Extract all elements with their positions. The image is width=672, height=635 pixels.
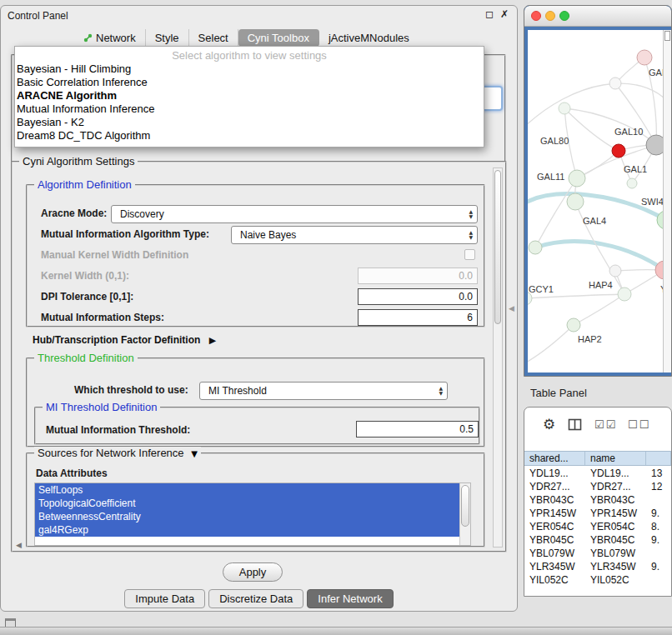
aracne-mode-select[interactable]: Discovery ▲▼ [111, 205, 478, 223]
apply-button[interactable]: Apply [223, 562, 283, 582]
combo-arrows-icon: ▲▼ [439, 386, 443, 396]
table-row[interactable]: YBR045CYBR045C9. [524, 533, 671, 547]
table-cell: YBR045C [585, 533, 646, 547]
table-cell: 9. [646, 560, 671, 573]
network-node[interactable] [529, 241, 542, 254]
network-scroll-button[interactable] [664, 31, 670, 41]
table-row[interactable]: YDR27...YDR27...12 [524, 480, 671, 493]
algorithm-option[interactable]: Bayesian - Hill Climbing [15, 62, 484, 76]
algorithm-option[interactable]: Bayesian - K2 [15, 116, 484, 129]
tab-select[interactable]: Select [189, 29, 238, 47]
bottom-tab-infer-network[interactable]: Infer Network [307, 589, 393, 608]
table-row[interactable]: YIL052CYIL052C [524, 573, 671, 587]
dpi-tolerance-field[interactable]: 0.0 [358, 288, 478, 305]
table-row[interactable]: YBR043CYBR043C [524, 493, 671, 507]
attribute-list-item[interactable]: gal4RGexp [35, 523, 459, 537]
network-node[interactable] [567, 193, 584, 210]
attribute-list-item[interactable]: BetweennessCentrality [35, 510, 459, 523]
network-scrollbar[interactable] [663, 30, 671, 372]
bottom-tab-impute-data[interactable]: Impute Data [124, 589, 205, 608]
data-attributes-list[interactable]: SelfLoopsTopologicalCoefficientBetweenne… [34, 482, 471, 546]
manual-kernel-checkbox [464, 249, 475, 260]
network-edge[interactable] [528, 325, 574, 365]
network-node[interactable] [618, 288, 631, 301]
attribute-list-item[interactable]: SelfLoops [35, 483, 459, 497]
table-cell [646, 547, 671, 560]
network-edge[interactable] [528, 83, 663, 130]
algorithm-option[interactable]: Mutual Information Inference [15, 102, 484, 116]
mi-steps-field[interactable]: 6 [358, 309, 478, 326]
table-row[interactable]: YPR145WYPR145W9. [524, 507, 671, 520]
bottom-tabs: Impute DataDiscretize DataInfer Network [1, 589, 517, 608]
node-label: GAL10 [614, 127, 643, 137]
column-header[interactable]: shared... [524, 452, 585, 465]
bottom-tab-discretize-data[interactable]: Discretize Data [208, 589, 303, 608]
deselect-all-columns-icon[interactable]: ☐☐ [628, 418, 650, 431]
tab-network[interactable]: Network [74, 29, 146, 47]
network-edge[interactable] [574, 294, 624, 325]
algorithm-option[interactable]: Basic Correlation Inference [15, 76, 484, 89]
column-header[interactable] [646, 452, 671, 465]
network-window-titlebar[interactable] [524, 6, 671, 27]
float-window-icon[interactable]: ◻ [485, 8, 494, 20]
traffic-light-zoom-button[interactable] [559, 11, 569, 21]
select-all-columns-icon[interactable]: ☑☑ [594, 418, 617, 431]
network-edge[interactable] [528, 294, 624, 298]
tab-style[interactable]: Style [146, 29, 189, 47]
table-row[interactable]: YDL19...YDL19...13 [524, 467, 671, 480]
traffic-light-close-button[interactable] [531, 11, 541, 21]
attribute-list-item[interactable]: TopologicalCoefficient [35, 497, 459, 510]
attributes-scrollbar[interactable] [459, 483, 470, 545]
which-threshold-select[interactable]: MI Threshold ▲▼ [199, 382, 448, 400]
attributes-scrollbar-thumb[interactable] [461, 485, 469, 527]
table-row[interactable]: YER054CYER054C8. [524, 520, 671, 533]
node-label: GAL4 [583, 216, 606, 226]
control-panel-window: Control Panel ◻ ✗ NetworkStyleSelectCyni… [0, 5, 518, 612]
tab-jactivemnodules[interactable]: jActiveMNodules [319, 29, 419, 47]
table-body: YDL19...YDL19...13YDR27...YDR27...12YBR0… [524, 467, 671, 596]
network-node[interactable] [637, 50, 652, 65]
network-node[interactable] [627, 178, 637, 188]
network-node[interactable] [559, 102, 570, 114]
manual-kernel-label: Manual Kernel Width Definition [41, 249, 188, 261]
table-panel-window: ⚙ ☑☑ ☐☐ shared...name YDL19...YDL19...13… [524, 407, 672, 597]
network-canvas[interactable]: GALGAL80GAL10GAL11GAL1SWI4GAL4GCY1HAP4YH… [528, 30, 671, 372]
mi-threshold-label: Mutual Information Threshold: [46, 424, 190, 436]
hscroll-left-arrow-icon[interactable]: ◀ [16, 541, 22, 549]
table-row[interactable]: YLR345WYLR345W9. [524, 560, 671, 573]
splitter-collapse-icon[interactable]: ◀ [509, 304, 514, 312]
mi-threshold-field[interactable]: 0.5 [356, 421, 479, 438]
network-edge[interactable] [535, 178, 577, 248]
network-edge[interactable] [535, 242, 663, 270]
network-edge[interactable] [564, 108, 619, 151]
algorithm-option[interactable]: ARACNE Algorithm [15, 89, 484, 102]
traffic-light-minimize-button[interactable] [545, 11, 555, 21]
settings-scrollbar[interactable] [493, 168, 503, 548]
mi-type-value: Naive Bayes [240, 229, 296, 241]
window-title: Control Panel [8, 10, 68, 22]
collapse-down-triangle-icon[interactable]: ▼ [191, 449, 198, 458]
settings-scrollbar-thumb[interactable] [494, 170, 501, 324]
show-columns-icon[interactable] [568, 418, 582, 433]
network-node[interactable] [567, 318, 580, 332]
close-window-icon[interactable]: ✗ [500, 8, 509, 20]
mi-type-select[interactable]: Naive Bayes ▲▼ [231, 226, 478, 244]
network-graph[interactable]: GALGAL80GAL10GAL11GAL1SWI4GAL4GCY1HAP4YH… [528, 30, 663, 372]
column-header[interactable]: name [585, 452, 646, 465]
tab-cyni-toolbox[interactable]: Cyni Toolbox [238, 29, 319, 47]
network-node[interactable] [569, 170, 585, 187]
expand-right-triangle-icon[interactable]: ▶ [209, 335, 216, 346]
table-options-gear-icon[interactable]: ⚙ [543, 416, 555, 432]
table-row[interactable]: YBL079WYBL079W [524, 547, 671, 560]
sources-legend[interactable]: Sources for Network Inference ▼ [34, 447, 201, 459]
network-node[interactable] [646, 135, 663, 155]
network-node[interactable] [609, 78, 621, 89]
kernel-width-field: 0.0 [358, 268, 478, 284]
tab-label: Network [96, 32, 136, 44]
network-node[interactable] [612, 144, 625, 158]
node-label: GAL80 [540, 136, 569, 146]
network-node[interactable] [609, 265, 621, 277]
node-label: GCY1 [529, 284, 554, 294]
hub-transcription-factor-section[interactable]: Hub/Transcription Factor Definition ▶ [33, 334, 216, 346]
algorithm-option[interactable]: Dream8 DC_TDC Algorithm [15, 129, 484, 142]
